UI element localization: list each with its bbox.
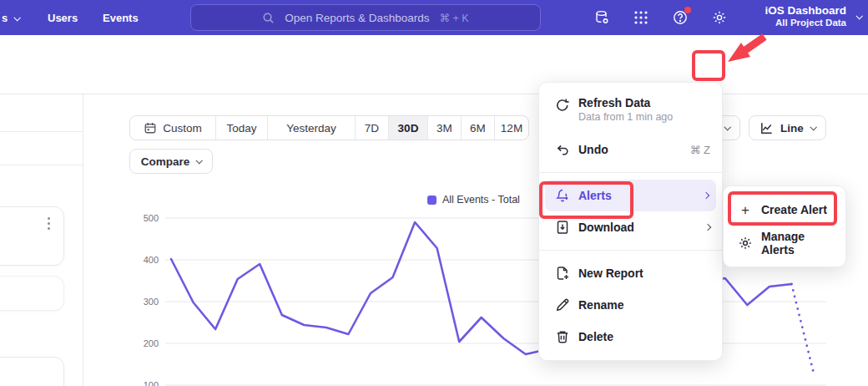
date-range-3m[interactable]: 3M [428,116,462,140]
svg-text:500: 500 [144,213,159,223]
menu-item-label: Refresh Data [578,96,673,109]
svg-text:100: 100 [144,380,159,386]
line-chart-icon [760,121,774,135]
pencil-icon [555,297,570,312]
legend-label: All Events - Total [442,194,520,206]
compare-button[interactable]: Compare [129,149,213,174]
menu-divider [539,172,722,173]
date-range-6m[interactable]: 6M [462,116,495,140]
chevron-down-icon[interactable] [855,13,862,19]
menu-item-manage-alerts[interactable]: Manage Alerts [724,226,845,260]
settings-gear-icon[interactable] [710,8,729,27]
gear-icon [738,236,753,251]
app-window: 500400300200100 All Events - Total s Use… [0,0,868,386]
chart-type-button[interactable]: Line [749,115,826,140]
chevron-right-icon [704,224,711,231]
trash-icon [555,329,570,344]
nav-item-partial[interactable]: s [2,12,19,24]
date-range-today[interactable]: Today [216,116,268,140]
menu-item-undo[interactable]: Undo ⌘ Z [539,134,722,165]
project-switcher[interactable]: iOS Dashboard All Project Data [765,4,846,28]
shortcut-label: ⌘ Z [689,144,710,156]
search-bar[interactable]: Open Reports & Dashboards ⌘ + K [190,4,541,31]
nav-item-events[interactable]: Events [103,12,139,24]
chevron-right-icon [703,192,709,199]
date-range-custom[interactable]: Custom [130,116,216,140]
date-range-30d[interactable]: 30D [389,116,428,140]
alert-bell-icon [555,188,570,203]
calendar-icon [144,121,157,135]
chevron-down-icon [810,124,816,130]
new-report-icon [555,266,570,281]
context-menu: Refresh Data Data from 1 min ago Undo ⌘ … [538,82,723,361]
menu-item-alerts[interactable]: Alerts [545,180,716,211]
nav-item-users[interactable]: Users [48,12,78,24]
chevron-down-icon [14,14,21,21]
date-range-control: Custom Today Yesterday 7D 30D 3M 6M 12M [129,115,529,140]
chart-legend: All Events - Total [427,194,520,206]
notification-badge [684,7,691,13]
alerts-submenu: + Create Alert Manage Alerts [723,185,846,267]
search-placeholder: Open Reports & Dashboards [285,12,429,24]
project-title: iOS Dashboard [765,4,846,17]
plus-icon: + [738,202,753,217]
top-nav: s Users Events Open Reports & Dashboards… [0,0,868,35]
menu-item-delete[interactable]: Delete [539,321,722,353]
nav-icon-cluster [593,8,729,28]
menu-item-create-alert[interactable]: + Create Alert [724,193,845,226]
legend-swatch [427,196,437,205]
menu-item-rename[interactable]: Rename [539,289,722,321]
report-header [0,35,868,94]
help-icon[interactable] [671,8,689,27]
chevron-down-icon [724,124,730,130]
menu-item-refresh-data[interactable]: Refresh Data Data from 1 min ago [539,90,722,134]
menu-divider [539,250,722,251]
svg-text:400: 400 [144,255,159,265]
date-range-7d[interactable]: 7D [356,116,389,140]
apps-grid-icon[interactable] [632,8,650,27]
date-range-12m[interactable]: 12M [495,116,528,140]
chevron-down-icon [196,157,203,164]
refresh-icon [555,98,570,113]
svg-text:200: 200 [144,338,159,348]
menu-item-new-report[interactable]: New Report [539,257,722,289]
data-management-icon[interactable] [593,8,611,27]
search-icon [262,12,275,24]
date-range-yesterday[interactable]: Yesterday [268,116,356,140]
project-subtitle: All Project Data [765,18,846,28]
undo-icon [555,142,570,157]
menu-item-download[interactable]: Download [539,211,722,243]
search-shortcut: ⌘ + K [440,12,469,24]
menu-item-subtitle: Data from 1 min ago [578,111,673,123]
download-icon [555,220,570,235]
svg-text:300: 300 [144,297,159,307]
